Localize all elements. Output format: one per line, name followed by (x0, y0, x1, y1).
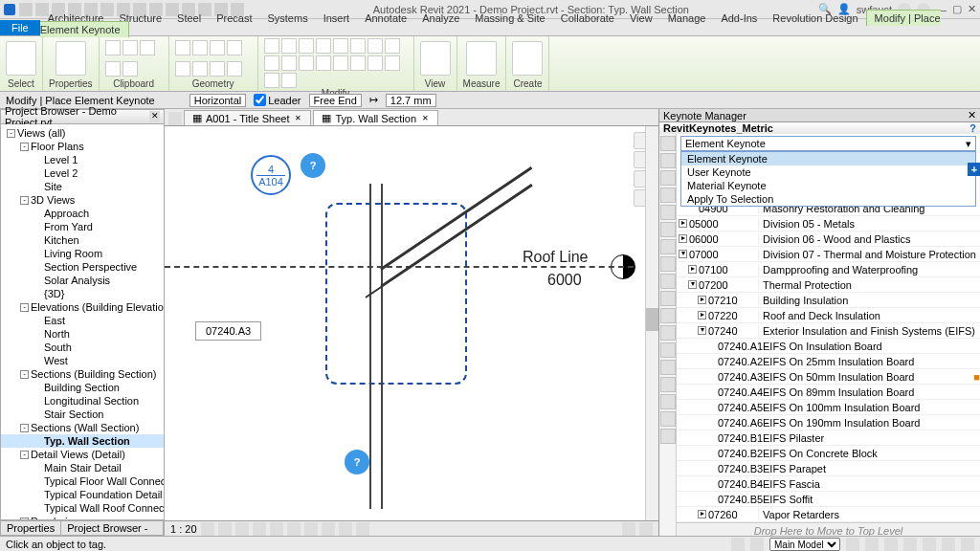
tree-twisty-icon[interactable]: - (20, 143, 29, 151)
tree-item[interactable]: Typical Floor Wall Connection (1, 474, 164, 488)
leader-length-input[interactable]: 12.7 mm (386, 94, 436, 107)
ribbon-button[interactable] (122, 40, 138, 55)
keynote-help-icon[interactable]: ? (969, 122, 976, 134)
tree-item[interactable]: Approach (1, 207, 164, 220)
ribbon-button[interactable] (264, 55, 279, 71)
tree-twisty-icon[interactable]: ▾ (698, 326, 706, 335)
ribbon-button[interactable] (333, 55, 348, 71)
keynote-row[interactable]: ▾07240Exterior Insulation and Finish Sys… (677, 323, 980, 339)
tree-item[interactable]: South (1, 341, 164, 354)
status-select-face-icon[interactable] (923, 538, 936, 551)
ribbon-tab[interactable]: Collaborate (553, 11, 622, 26)
dropdown-option[interactable]: User Keynote (681, 165, 975, 179)
tree-item[interactable]: Level 1 (1, 153, 164, 166)
status-workset-icon[interactable] (731, 538, 745, 551)
leader-checkbox[interactable]: Leader (254, 94, 301, 106)
detail-level-icon[interactable] (201, 522, 214, 536)
keynote-row[interactable]: ▸07260Vapor Retarders (677, 507, 980, 522)
keynote-row[interactable]: 07240.A4EIFS On 89mm Insulation Board (677, 385, 980, 400)
status-select-underlay-icon[interactable] (884, 538, 898, 551)
vcb-right-icon[interactable] (639, 522, 653, 536)
ribbon-button[interactable] (466, 41, 497, 76)
tree-item[interactable]: Building Section (1, 381, 164, 394)
ribbon-button[interactable] (175, 61, 190, 77)
ribbon-button[interactable] (6, 41, 36, 76)
ribbon-button[interactable] (350, 38, 366, 54)
detail-callout[interactable]: 4 A104 (251, 155, 291, 195)
tree-twisty-icon[interactable]: ▸ (698, 510, 706, 518)
ribbon-tab[interactable]: View (622, 11, 660, 26)
keynote-tag[interactable]: 07240.A3 (195, 321, 261, 341)
keynote-row[interactable]: ▸07210Building Insulation (677, 293, 980, 308)
keynote-row[interactable]: ▸07220Roof and Deck Insulation (677, 308, 980, 323)
tab-home-icon[interactable] (168, 112, 182, 125)
ribbon-tab[interactable]: Steel (169, 11, 209, 26)
tree-item[interactable]: -Views (all) (1, 126, 164, 140)
keynote-row[interactable]: 07240.B1EIFS Pilaster (677, 430, 980, 446)
kn-delete-icon[interactable] (660, 239, 676, 254)
orientation-dropdown[interactable]: Horizontal (189, 94, 247, 107)
status-select-pinned-icon[interactable] (903, 538, 917, 551)
tab-close-icon[interactable]: ✕ (293, 114, 302, 123)
ribbon-button[interactable] (210, 40, 225, 55)
tree-item[interactable]: Typical Foundation Detail (1, 488, 164, 501)
tree-item[interactable]: Level 2 (1, 166, 164, 180)
tree-item[interactable]: Kitchen (1, 233, 164, 247)
scrollbar-thumb[interactable] (646, 308, 658, 331)
ribbon-button[interactable] (281, 38, 297, 54)
tree-item[interactable]: Living Room (1, 247, 164, 260)
kn-search-icon[interactable] (660, 308, 676, 323)
tree-twisty-icon[interactable]: - (7, 129, 15, 138)
kn-filter-icon[interactable] (660, 291, 676, 306)
tree-twisty-icon[interactable]: - (20, 451, 29, 459)
vcb-right-icon[interactable] (622, 522, 635, 536)
tree-item[interactable]: Typical Wall Roof Connection (1, 501, 164, 515)
status-filter-icon[interactable] (961, 538, 974, 551)
kn-info-icon[interactable] (660, 429, 676, 444)
tree-item[interactable]: -Floor Plans (1, 140, 164, 153)
tree-item[interactable]: Stair Section (1, 408, 164, 421)
ribbon-tab[interactable]: Manage (660, 11, 714, 26)
ribbon-button[interactable] (420, 41, 451, 76)
document-tab[interactable]: ▦A001 - Title Sheet✕ (184, 110, 311, 125)
keynote-row[interactable]: ▾07200Thermal Protection (677, 277, 980, 293)
file-tab[interactable]: File (0, 20, 40, 35)
pane-tab[interactable]: Project Browser - Demo Project.rvt (61, 521, 164, 535)
tree-twisty-icon[interactable]: ▾ (688, 280, 697, 289)
ribbon-button[interactable] (105, 40, 121, 55)
ribbon-button[interactable] (56, 41, 86, 76)
ribbon-tab[interactable]: Add-Ins (713, 11, 765, 26)
status-editable-icon[interactable] (750, 538, 764, 551)
tree-item[interactable]: Site (1, 180, 164, 193)
keynote-tree[interactable]: 04900Masonry Restoration and Cleaning▸05… (677, 201, 980, 522)
tree-twisty-icon[interactable]: ▾ (679, 250, 687, 258)
ribbon-button[interactable] (140, 40, 155, 55)
keynote-row[interactable]: 07240.A1EIFS On Insulation Board (677, 339, 980, 354)
view-scale[interactable]: 1 : 20 (170, 523, 197, 535)
status-design-options-icon[interactable] (846, 538, 859, 551)
tree-item[interactable]: -Detail Views (Detail) (1, 448, 164, 461)
ribbon-button[interactable] (227, 61, 242, 77)
keynote-row[interactable]: 07240.A3EIFS On 50mm Insulation Board ■ (677, 369, 980, 385)
ribbon-tab[interactable]: Annotate (357, 11, 414, 26)
kn-link-icon[interactable] (660, 377, 676, 392)
ribbon-button[interactable] (299, 55, 314, 71)
tree-item[interactable]: Solar Analysis (1, 274, 164, 287)
keynote-type-dropdown[interactable]: Element Keynote ▾ (680, 136, 976, 151)
ribbon-button[interactable] (281, 73, 297, 88)
keynote-row[interactable]: 07240.B4EIFS Fascia (677, 476, 980, 492)
tree-item[interactable]: -Elevations (Building Elevation) (1, 300, 164, 314)
keynote-row[interactable]: 07240.A2EIFS On 25mm Insulation Board (677, 354, 980, 369)
ribbon-button[interactable] (264, 73, 279, 88)
ribbon-button[interactable] (122, 61, 138, 77)
ribbon-tab[interactable]: Analyze (414, 11, 467, 26)
tree-item[interactable]: Typ. Wall Section (1, 434, 164, 448)
ribbon-button[interactable] (281, 55, 297, 71)
tree-twisty-icon[interactable]: - (20, 370, 29, 379)
ribbon-button[interactable] (385, 38, 400, 54)
tree-item[interactable]: {3D} (1, 287, 164, 300)
kn-collapse-icon[interactable] (660, 342, 676, 358)
kn-home-icon[interactable] (660, 136, 676, 151)
workset-dropdown[interactable]: Main Model (769, 538, 840, 551)
document-tab[interactable]: ▦Typ. Wall Section✕ (313, 110, 438, 125)
